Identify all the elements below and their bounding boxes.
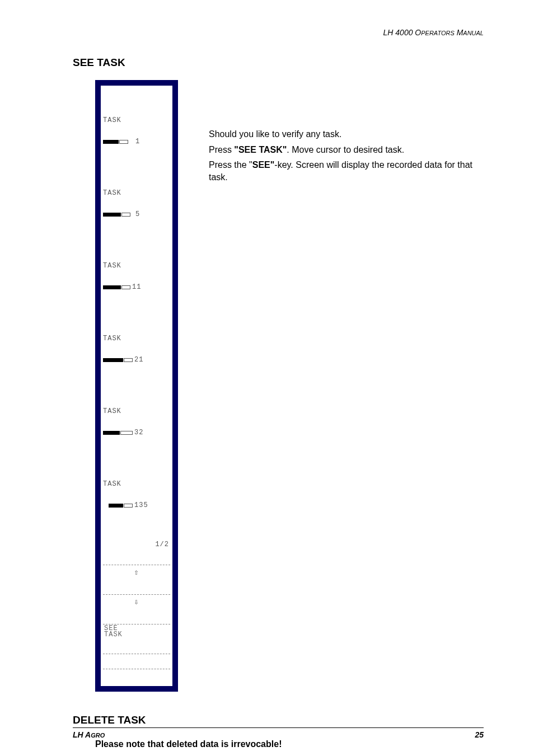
see-task-text: Should you like to verify any task. Pres… (209, 80, 484, 186)
task-num: 11 (132, 284, 141, 290)
delete-warn: Please note that deleted data is irrevoc… (95, 738, 484, 751)
softkey-empty (103, 654, 170, 669)
page-footer: LH AGRO 25 (73, 727, 484, 739)
footer-page-num: 25 (475, 730, 484, 739)
task-num: 21 (134, 356, 143, 363)
arrow-down-icon: ⇩ (134, 598, 139, 606)
task-num: 5 (135, 211, 140, 218)
see-task-p2: Press "SEE TASK". Move cursor to desired… (209, 144, 484, 156)
doc-title: LH 4000 OPERATORS MANUAL (383, 28, 484, 37)
page-indicator: 1/2 (103, 541, 170, 548)
arrow-up-row: ⇧ (103, 565, 170, 580)
heading-delete-task: DELETE TASK (73, 714, 484, 726)
arrow-up-icon: ⇧ (134, 569, 139, 576)
footer-left: LH AGRO (73, 730, 105, 739)
heading-see-task: SEE TASK (73, 57, 484, 69)
task-num: 1 (135, 138, 140, 145)
doc-header: LH 4000 OPERATORS MANUAL (73, 28, 484, 37)
delete-task-body: Please note that deleted data is irrevoc… (95, 738, 484, 756)
see-task-p1: Should you like to verify any task. (209, 128, 484, 140)
task-num: 135 (134, 502, 148, 509)
task-label: TASK (103, 335, 170, 342)
delete-line1: Move the cursor to the desired task. Pre… (95, 753, 484, 756)
softkey-see-task: SEETASK (103, 624, 170, 639)
task-label: TASK (103, 117, 170, 124)
task-label: TASK (103, 408, 170, 415)
arrow-down-row: ⇩ (103, 594, 170, 609)
task-num: 32 (134, 429, 143, 436)
device-screen-see-task: TASK 1 TASK 5 TASK 11 TASK 21 TASK 32 (95, 80, 178, 692)
task-label: TASK (103, 262, 170, 269)
see-task-p3: Press the "SEE"-key. Screen will display… (209, 159, 484, 183)
task-label: TASK (103, 190, 170, 196)
task-label: TASK (103, 481, 170, 487)
